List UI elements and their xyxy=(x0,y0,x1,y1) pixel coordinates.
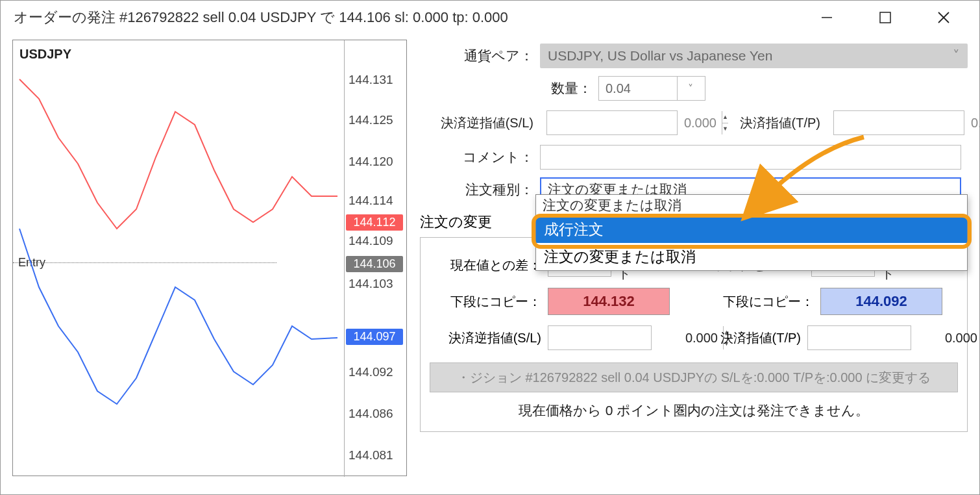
chart-entry-tag: 144.106 xyxy=(346,256,403,272)
symbol-select[interactable]: USDJPY, US Dollar vs Japanese Yen ˅ xyxy=(540,44,968,68)
volume-dropdown-icon[interactable]: ˅ xyxy=(677,77,703,100)
comment-input[interactable] xyxy=(540,145,961,170)
chart-tick: 144.109 xyxy=(349,234,393,248)
order-window: オーダーの発注 #126792822 sell 0.04 USDJPY で 14… xyxy=(0,0,980,495)
mod-tp-input[interactable]: ▲▼ xyxy=(807,325,911,350)
copy-sl-button[interactable]: 144.132 xyxy=(548,288,670,315)
chart-y-axis: 144.131 144.125 144.120 144.114 144.112 … xyxy=(344,40,406,477)
dropdown-option-label: 注文の変更または取消 xyxy=(544,247,696,267)
symbol-label: 通貨ペア： xyxy=(420,47,533,65)
volume-input[interactable]: ˅ xyxy=(598,76,705,101)
maximize-icon xyxy=(879,12,891,23)
sl-field[interactable] xyxy=(547,116,722,131)
chart-ask-tag: 144.112 xyxy=(346,214,403,231)
chart-tick: 144.125 xyxy=(349,113,393,127)
diff-left-label: 現在値との差： xyxy=(430,257,541,274)
ask-line xyxy=(19,79,337,229)
copy-left-label: 下段にコピー： xyxy=(430,293,541,311)
comment-label: コメント： xyxy=(420,148,533,166)
tp-field[interactable] xyxy=(834,116,980,131)
sl-input[interactable]: ▲▼ xyxy=(546,110,678,135)
chart-tick: 144.081 xyxy=(349,448,393,463)
chevron-down-icon: ˅ xyxy=(953,48,960,64)
spin-down-icon[interactable]: ▼ xyxy=(722,123,728,135)
price-chart: USDJPY Entry 144.131 144.125 144.120 144… xyxy=(12,40,407,476)
bid-line xyxy=(19,229,337,404)
mod-sl-label: 決済逆指値(S/L) xyxy=(430,329,541,347)
warning-text: 現在価格から 0 ポイント圏内の注文は発注できません。 xyxy=(430,401,958,420)
modify-submit-button[interactable]: ・ジション #126792822 sell 0.04 USDJPYの S/Lを:… xyxy=(430,362,958,392)
titlebar: オーダーの発注 #126792822 sell 0.04 USDJPY で 14… xyxy=(1,1,979,34)
copy-right-label: 下段にコピー： xyxy=(702,293,814,311)
close-button[interactable] xyxy=(914,1,973,34)
copy-tp-value: 144.092 xyxy=(855,293,907,310)
mod-tp-label: 決済指値(T/P) xyxy=(697,329,801,347)
minimize-icon xyxy=(820,11,833,24)
ordertype-dropdown-popup: 注文の変更または取消 成行注文 注文の変更または取消 xyxy=(535,194,968,271)
copy-sl-value: 144.132 xyxy=(583,293,635,310)
chart-lines-svg xyxy=(13,40,341,477)
ordertype-label: 注文種別： xyxy=(420,181,533,199)
modify-submit-label: ・ジション #126792822 sell 0.04 USDJPYの S/Lを:… xyxy=(457,369,931,387)
chart-plot-area: USDJPY Entry xyxy=(13,40,341,477)
dropdown-option-modify[interactable]: 注文の変更または取消 xyxy=(536,243,967,270)
dropdown-header: 注文の変更または取消 xyxy=(536,195,967,216)
chart-tick: 144.131 xyxy=(349,73,393,87)
chart-tick: 144.092 xyxy=(349,365,393,379)
mod-sl-input[interactable]: ▲▼ xyxy=(548,325,652,350)
window-controls xyxy=(798,1,973,34)
chart-tick: 144.086 xyxy=(349,407,393,421)
mod-tp-field[interactable] xyxy=(808,331,980,346)
volume-label: 数量： xyxy=(420,79,592,97)
volume-field[interactable] xyxy=(599,81,677,96)
sl-spinner[interactable]: ▲▼ xyxy=(722,111,728,134)
dropdown-option-label: 成行注文 xyxy=(544,220,604,240)
chart-tick: 144.103 xyxy=(349,277,393,291)
chart-bid-tag: 144.097 xyxy=(346,329,403,345)
maximize-button[interactable] xyxy=(856,1,914,34)
spin-up-icon[interactable]: ▲ xyxy=(722,111,728,123)
chart-tick: 144.120 xyxy=(349,155,393,169)
tp-label: 決済指値(T/P) xyxy=(729,114,820,132)
copy-tp-button[interactable]: 144.092 xyxy=(820,288,942,315)
symbol-select-value: USDJPY, US Dollar vs Japanese Yen xyxy=(548,48,772,64)
dropdown-option-market[interactable]: 成行注文 xyxy=(536,216,967,243)
close-icon xyxy=(937,11,950,24)
window-title: オーダーの発注 #126792822 sell 0.04 USDJPY で 14… xyxy=(14,8,798,27)
minimize-button[interactable] xyxy=(798,1,856,34)
svg-rect-1 xyxy=(880,12,890,23)
sl-label: 決済逆指値(S/L) xyxy=(420,114,533,132)
chart-tick: 144.114 xyxy=(349,194,393,208)
tp-input[interactable]: ▲▼ xyxy=(833,110,964,135)
